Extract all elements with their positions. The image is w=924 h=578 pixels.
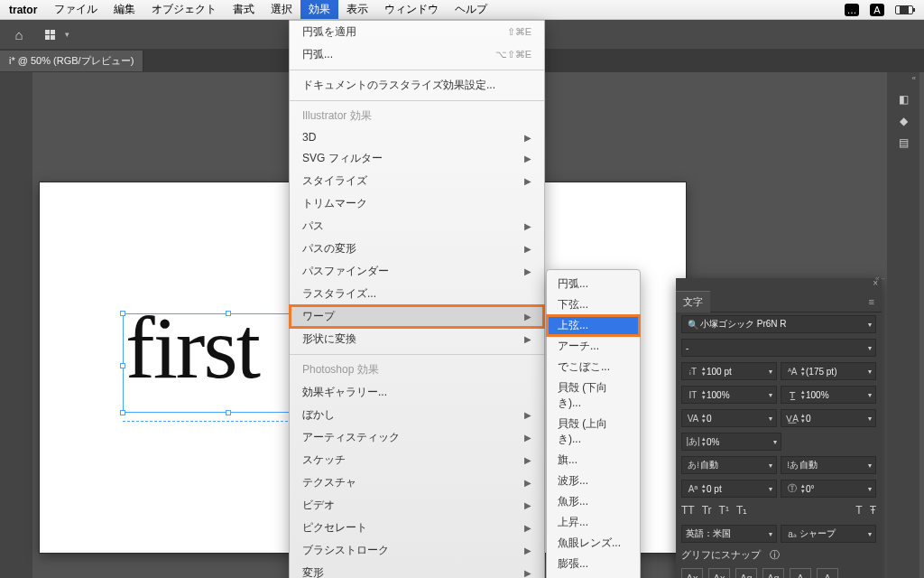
- handle-mt[interactable]: [226, 311, 231, 316]
- allcaps-icon[interactable]: TT: [681, 504, 695, 517]
- underline-icon[interactable]: T: [855, 504, 862, 517]
- menuitem-warp[interactable]: ワープ▶: [290, 305, 544, 328]
- menuitem-last-effect[interactable]: 円弧...⌥⇧⌘E: [290, 43, 544, 66]
- glyph-opt-2[interactable]: Ax: [708, 568, 730, 578]
- kerning-field[interactable]: VA▴▾0▾: [681, 409, 777, 427]
- menu-object[interactable]: オブジェクト: [143, 0, 225, 19]
- menuitem-video[interactable]: ビデオ▶: [290, 494, 544, 517]
- font-style-field[interactable]: - ▾: [681, 339, 876, 357]
- glyph-opt-3[interactable]: Ag: [735, 568, 757, 578]
- warp-wave[interactable]: 波形...: [547, 471, 640, 491]
- subscript-icon[interactable]: T₁: [736, 504, 747, 517]
- kerning-value: 0: [707, 414, 769, 424]
- menuitem-blur[interactable]: ぼかし▶: [290, 404, 544, 426]
- tracking-field[interactable]: V͟A▴▾0▾: [781, 409, 876, 427]
- stepper-icon[interactable]: ▴▾: [799, 366, 806, 377]
- font-family-field[interactable]: 🔍 小塚ゴシック Pr6N R ▾: [681, 315, 876, 333]
- menuitem-trim-marks[interactable]: トリムマーク: [290, 192, 544, 215]
- warp-rise[interactable]: 上昇...: [547, 512, 640, 533]
- warp-arc-upper[interactable]: 上弦...: [547, 315, 640, 336]
- warp-fish[interactable]: 魚形...: [547, 491, 640, 512]
- warp-arch[interactable]: アーチ...: [547, 336, 640, 357]
- warp-inflate[interactable]: 膨張...: [547, 554, 640, 574]
- menu-file[interactable]: ファイル: [46, 0, 106, 19]
- glyph-opt-4[interactable]: Ag: [762, 568, 784, 578]
- input-tray-icon[interactable]: A: [870, 4, 884, 16]
- glyph-opt-6[interactable]: A: [817, 568, 838, 578]
- menuitem-path[interactable]: パス▶: [290, 215, 544, 238]
- menuitem-distort[interactable]: 変形▶: [290, 562, 544, 578]
- menu-edit[interactable]: 編集: [106, 0, 143, 19]
- menuitem-apply-last[interactable]: 円弧を適用⇧⌘E: [290, 21, 544, 43]
- leading-field[interactable]: ᴬA▴▾(175 pt)▾: [781, 362, 876, 380]
- menuitem-texture[interactable]: テクスチャ▶: [290, 471, 544, 494]
- rail-icon-1[interactable]: ◧: [887, 89, 919, 110]
- arrange-button[interactable]: [38, 23, 61, 46]
- propwidth-field[interactable]: |あ|▴▾0%▾: [681, 433, 781, 451]
- battery-icon[interactable]: [895, 5, 913, 14]
- vscale-field[interactable]: IT▴▾100%▾: [681, 386, 777, 404]
- menuitem-artistic[interactable]: アーティスティック▶: [290, 426, 544, 449]
- menuitem-rasterize[interactable]: ラスタライズ...: [290, 283, 544, 305]
- superscript-icon[interactable]: T¹: [719, 504, 729, 517]
- warp-arc-lower[interactable]: 下弦...: [547, 294, 640, 315]
- home-button[interactable]: ⌂: [7, 23, 31, 46]
- menuitem-brush-strokes[interactable]: ブラシストローク▶: [290, 539, 544, 562]
- glyph-opt-5[interactable]: A: [790, 568, 811, 578]
- line-tray-icon[interactable]: …: [845, 4, 859, 16]
- antialias-field[interactable]: aₐシャープ▾: [781, 525, 876, 543]
- aki-left-field[interactable]: あ⁞自動▾: [681, 456, 777, 474]
- mac-menubar: trator ファイル 編集 オブジェクト 書式 選択 効果 表示 ウィンドウ …: [0, 0, 924, 20]
- menuitem-3d[interactable]: 3D▶: [290, 127, 544, 147]
- glyph-opt-1[interactable]: Ax: [681, 568, 703, 578]
- menu-select[interactable]: 選択: [263, 0, 300, 19]
- menu-effect[interactable]: 効果: [300, 0, 338, 19]
- aki-right-field[interactable]: ⁞あ自動▾: [781, 456, 876, 474]
- text-transform-row: TT Tr T¹ T₁ T Ŧ: [676, 500, 882, 522]
- warp-bulge[interactable]: でこぼこ...: [547, 357, 640, 378]
- menuitem-effect-gallery[interactable]: 効果ギャラリー...: [290, 381, 544, 404]
- document-tab[interactable]: i* @ 50% (RGB/プレビュー): [0, 51, 143, 71]
- handle-ml[interactable]: [120, 363, 125, 368]
- handle-mb[interactable]: [226, 410, 231, 415]
- menu-type[interactable]: 書式: [225, 0, 263, 19]
- panel-collapse-icon[interactable]: « ··: [875, 275, 885, 283]
- strikethrough-icon[interactable]: Ŧ: [870, 504, 876, 517]
- menuitem-pixelate[interactable]: ピクセレート▶: [290, 517, 544, 539]
- rotate-field[interactable]: Ⓣ▴▾0°▾: [781, 480, 876, 498]
- handle-tl[interactable]: [120, 311, 125, 316]
- tools-rail[interactable]: [0, 72, 32, 578]
- baseline-field[interactable]: Aª▴▾0 pt▾: [681, 480, 777, 498]
- panel-menu-icon[interactable]: ≡: [862, 296, 882, 307]
- warp-arc[interactable]: 円弧...: [547, 274, 640, 294]
- warp-shell-lower[interactable]: 貝殻 (下向き)...: [547, 378, 640, 414]
- menu-help[interactable]: ヘルプ: [447, 0, 495, 19]
- menuitem-raster-settings[interactable]: ドキュメントのラスタライズ効果設定...: [290, 74, 544, 97]
- app-name: trator: [0, 4, 46, 16]
- menuitem-sketch[interactable]: スケッチ▶: [290, 449, 544, 471]
- menuitem-convert-shape[interactable]: 形状に変換▶: [290, 328, 544, 350]
- menuitem-svg-filters[interactable]: SVG フィルター▶: [290, 147, 544, 170]
- warp-fisheye[interactable]: 魚眼レンズ...: [547, 533, 640, 554]
- rail-icon-2[interactable]: ◆: [887, 110, 919, 132]
- warp-submenu: 円弧... 下弦... 上弦... アーチ... でこぼこ... 貝殻 (下向き…: [546, 269, 641, 578]
- font-size-field[interactable]: ᵢT▴▾100 pt▾: [681, 362, 777, 380]
- warp-flag[interactable]: 旗...: [547, 450, 640, 471]
- menuitem-stylize[interactable]: スタイライズ▶: [290, 170, 544, 192]
- info-icon[interactable]: ⓘ: [770, 548, 780, 562]
- menuitem-distort-transform[interactable]: パスの変形▶: [290, 238, 544, 260]
- menuitem-pathfinder[interactable]: パスファインダー▶: [290, 260, 544, 283]
- hscale-field[interactable]: T̲▴▾100%▾: [781, 386, 876, 404]
- language-field[interactable]: 英語：米国▾: [681, 525, 777, 543]
- smallcaps-icon[interactable]: Tr: [702, 504, 712, 517]
- panel-tab-character[interactable]: 文字: [676, 291, 710, 312]
- warp-shell-upper[interactable]: 貝殻 (上向き)...: [547, 414, 640, 450]
- menu-window[interactable]: ウィンドウ: [376, 0, 447, 19]
- stepper-icon[interactable]: ▴▾: [700, 366, 707, 377]
- aki-left-value: 自動: [700, 459, 769, 471]
- menu-view[interactable]: 表示: [338, 0, 376, 19]
- warp-squeeze[interactable]: 絞り込み...: [547, 574, 640, 578]
- rail-icon-3[interactable]: ▤: [887, 132, 919, 154]
- rail-close-icon[interactable]: «: [912, 74, 916, 82]
- handle-bl[interactable]: [120, 410, 125, 415]
